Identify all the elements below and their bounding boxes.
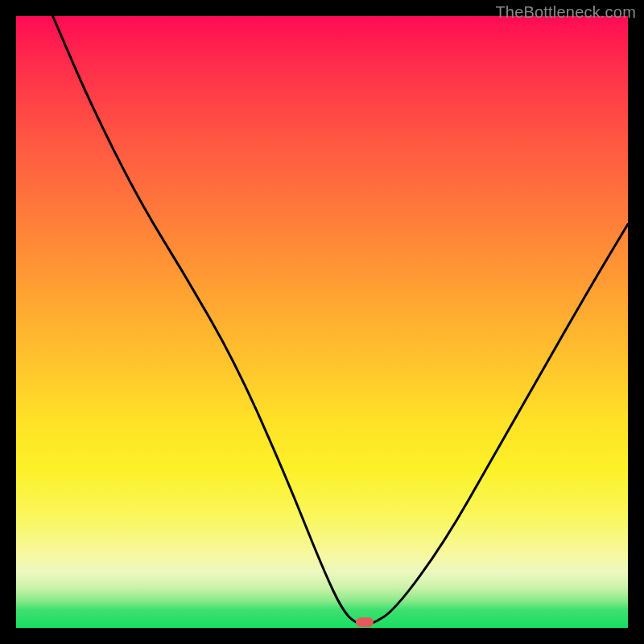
plot-area xyxy=(16,16,628,628)
chart-frame: TheBottleneck.com xyxy=(0,0,644,644)
optimal-point-marker xyxy=(356,617,374,627)
watermark-label: TheBottleneck.com xyxy=(495,3,636,22)
bottleneck-curve xyxy=(16,16,628,628)
